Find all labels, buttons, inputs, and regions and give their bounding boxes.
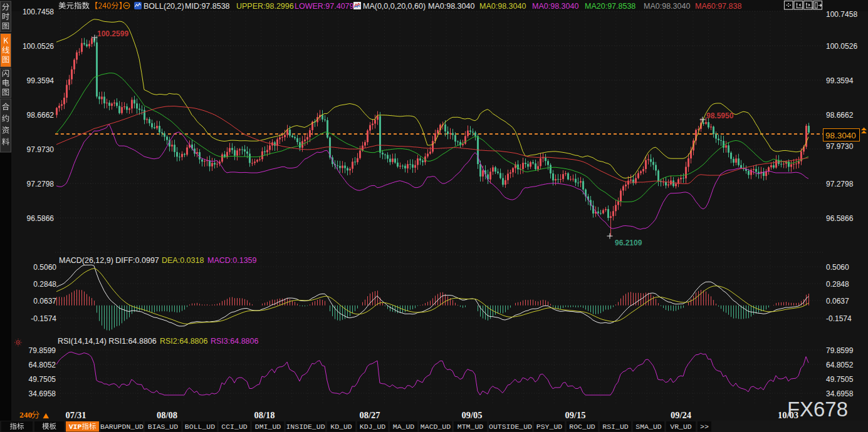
svg-text:MA(0,0,0,20,0,60): MA(0,0,0,20,0,60) xyxy=(363,2,426,11)
svg-text:MACD:0.1359: MACD:0.1359 xyxy=(207,256,257,265)
svg-text:100.2599: 100.2599 xyxy=(97,29,128,38)
svg-text:MACD_UD: MACD_UD xyxy=(421,423,451,431)
svg-text:98.5950: 98.5950 xyxy=(706,111,734,120)
svg-text:KDJ_UD: KDJ_UD xyxy=(360,423,386,431)
svg-text:09/15: 09/15 xyxy=(565,410,585,420)
svg-text:UPPER:98.2996: UPPER:98.2996 xyxy=(236,2,294,11)
svg-text:97.9730: 97.9730 xyxy=(826,142,854,151)
svg-text:09/24: 09/24 xyxy=(671,410,691,420)
svg-text:RSI3:64.8806: RSI3:64.8806 xyxy=(211,337,258,346)
svg-text:98.6662: 98.6662 xyxy=(27,111,55,120)
svg-text:FX678: FX678 xyxy=(787,397,848,421)
svg-text:>>: >> xyxy=(700,423,709,431)
svg-text:DMI_UD: DMI_UD xyxy=(255,423,281,431)
svg-text:MA0:98.3040: MA0:98.3040 xyxy=(428,2,474,11)
svg-text:100.7458: 100.7458 xyxy=(23,8,54,16)
svg-text:MA_UD: MA_UD xyxy=(393,423,415,431)
svg-text:08/27: 08/27 xyxy=(359,410,380,420)
svg-text:0.0637: 0.0637 xyxy=(826,297,849,306)
svg-text:DEA:0.0318: DEA:0.0318 xyxy=(162,256,204,265)
svg-text:49.7505: 49.7505 xyxy=(29,375,56,384)
svg-text:79.8599: 79.8599 xyxy=(29,346,56,355)
svg-text:100.0526: 100.0526 xyxy=(23,42,54,51)
svg-text:MA60:97.838: MA60:97.838 xyxy=(695,2,741,11)
svg-text:99.3594: 99.3594 xyxy=(27,76,55,85)
svg-text:97.2798: 97.2798 xyxy=(27,180,55,188)
svg-text:96.5866: 96.5866 xyxy=(27,214,55,223)
svg-text:RSI_UD: RSI_UD xyxy=(602,423,629,431)
svg-text:08/08: 08/08 xyxy=(157,410,177,420)
svg-text:96.2109: 96.2109 xyxy=(615,239,642,247)
svg-text:49.7505: 49.7505 xyxy=(826,375,854,384)
svg-text:MA20:97.8538: MA20:97.8538 xyxy=(585,2,635,11)
svg-text:BOLL(20,2): BOLL(20,2) xyxy=(144,2,184,11)
svg-text:ROC_UD: ROC_UD xyxy=(569,423,595,431)
svg-text:CCI_UD: CCI_UD xyxy=(221,423,248,431)
svg-text:99.3594: 99.3594 xyxy=(826,76,854,85)
svg-text:64.8052: 64.8052 xyxy=(29,361,56,369)
svg-text:-0.1574: -0.1574 xyxy=(31,314,56,323)
svg-text:OUTSIDE_UD: OUTSIDE_UD xyxy=(489,423,532,431)
svg-text:0.2848: 0.2848 xyxy=(826,280,849,289)
svg-text:97.2798: 97.2798 xyxy=(826,180,854,188)
svg-text:100.0526: 100.0526 xyxy=(826,42,857,51)
svg-text:0.5060: 0.5060 xyxy=(826,263,849,272)
svg-text:240: 240 xyxy=(19,410,33,419)
svg-text:RSI2:64.8806: RSI2:64.8806 xyxy=(160,337,207,346)
svg-text:0.0637: 0.0637 xyxy=(33,297,56,306)
svg-text:SMA_UD: SMA_UD xyxy=(635,423,662,431)
svg-text:98.6662: 98.6662 xyxy=(826,111,854,120)
svg-text:79.8599: 79.8599 xyxy=(826,346,854,355)
svg-text:96.5866: 96.5866 xyxy=(826,214,854,223)
svg-text:PSY_UD: PSY_UD xyxy=(536,423,563,431)
svg-text:MA0:98.3040: MA0:98.3040 xyxy=(479,2,526,11)
svg-text:VIP: VIP xyxy=(69,423,82,431)
svg-text:0.5060: 0.5060 xyxy=(33,263,56,272)
svg-text:RSI(14,14,14) RSI1:64.8806: RSI(14,14,14) RSI1:64.8806 xyxy=(58,337,157,346)
svg-text:MA0:98.3040: MA0:98.3040 xyxy=(532,2,578,11)
svg-text:INSIDE_UD: INSIDE_UD xyxy=(286,423,325,431)
svg-text:98.3040: 98.3040 xyxy=(825,131,856,140)
svg-text:MA0:98.3040: MA0:98.3040 xyxy=(644,2,690,11)
svg-text:64.8052: 64.8052 xyxy=(826,361,854,369)
svg-text:KD_UD: KD_UD xyxy=(330,423,352,431)
svg-text:97.9730: 97.9730 xyxy=(27,145,55,154)
svg-text:BIAS_UD: BIAS_UD xyxy=(148,423,178,431)
svg-text:34.6958: 34.6958 xyxy=(29,389,56,398)
svg-text:0.2848: 0.2848 xyxy=(33,280,56,289)
svg-text:MTM_UD: MTM_UD xyxy=(458,423,484,431)
svg-text:MID:97.8538: MID:97.8538 xyxy=(185,2,230,11)
svg-text:08/18: 08/18 xyxy=(254,410,275,420)
svg-text:09/05: 09/05 xyxy=(461,410,482,420)
svg-text:VR_UD: VR_UD xyxy=(670,423,692,431)
svg-text:BOLL_UD: BOLL_UD xyxy=(185,423,215,431)
svg-text:LOWER:97.4079: LOWER:97.4079 xyxy=(295,2,354,11)
svg-text:BARUPDN_UD: BARUPDN_UD xyxy=(100,423,144,431)
svg-text:07/31: 07/31 xyxy=(65,410,86,420)
svg-text:MACD(26,12,9) DIFF:0.0997: MACD(26,12,9) DIFF:0.0997 xyxy=(59,256,159,265)
svg-text:100.7458: 100.7458 xyxy=(826,10,857,19)
svg-text:-0.1574: -0.1574 xyxy=(826,314,852,323)
